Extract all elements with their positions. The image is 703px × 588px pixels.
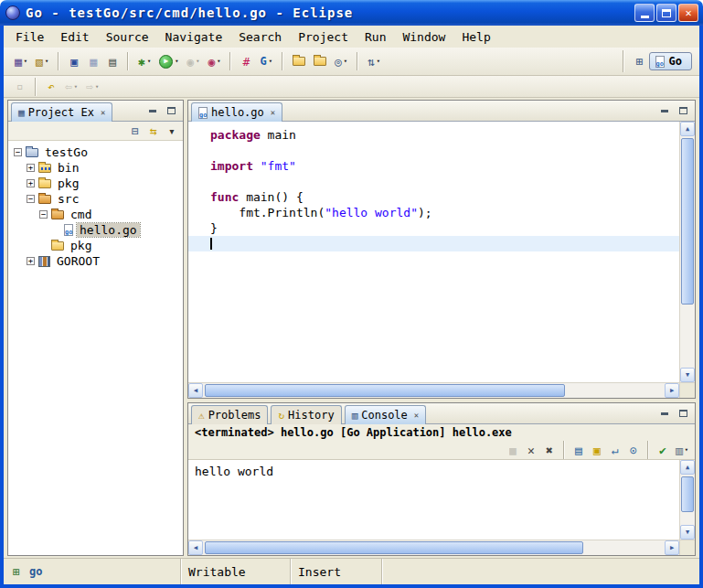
editor-vertical-scrollbar[interactable]: ▲ ▼: [679, 122, 695, 382]
menu-item-file[interactable]: File: [7, 28, 52, 46]
minimize-button[interactable]: [634, 4, 655, 22]
link-with-editor-button[interactable]: ⇆: [144, 123, 163, 140]
expand-plus-icon[interactable]: +: [27, 257, 35, 265]
go-build-button[interactable]: G▾: [256, 50, 275, 72]
tab-project-explorer[interactable]: ▦ Project Ex ✕: [11, 102, 112, 122]
tree-item-bin[interactable]: +bin: [8, 160, 183, 176]
code-line-2[interactable]: [210, 143, 679, 158]
close-icon[interactable]: ✕: [414, 411, 419, 420]
tree-item-testGo[interactable]: −testGo: [8, 144, 183, 160]
maximize-view-button[interactable]: [676, 104, 690, 117]
title-bar[interactable]: Go - testGo/src/cmd/hello.go - Eclipse ✕: [0, 0, 703, 26]
tree-item-cmd[interactable]: −cmd: [8, 207, 183, 222]
run-button[interactable]: ▶▾: [155, 50, 182, 72]
scroll-up-button[interactable]: ▲: [680, 122, 695, 136]
open-go-path-button[interactable]: [289, 50, 309, 72]
console-horizontal-scrollbar[interactable]: ◀ ▶: [188, 540, 679, 555]
scroll-left-button[interactable]: ◀: [188, 383, 203, 398]
minimize-view-button[interactable]: [657, 407, 672, 420]
clear-console-button[interactable]: ▤: [570, 442, 588, 459]
maximize-view-button[interactable]: [164, 104, 178, 117]
save-button[interactable]: ▣: [65, 50, 83, 72]
code-line-4[interactable]: [210, 174, 679, 189]
go-trim-button[interactable]: go: [26, 562, 46, 581]
minimize-view-button[interactable]: [145, 104, 160, 117]
scroll-down-button[interactable]: ▼: [680, 368, 695, 382]
new-wizard-button[interactable]: ▦▾: [11, 50, 31, 72]
external-tools-button[interactable]: ◉▾: [204, 50, 224, 72]
scroll-right-button[interactable]: ▶: [665, 540, 679, 555]
maximize-button[interactable]: [656, 4, 676, 22]
new-go-app-button[interactable]: #: [237, 50, 255, 72]
editor-horizontal-scrollbar[interactable]: ◀ ▶: [188, 382, 679, 398]
close-icon[interactable]: ✕: [101, 108, 105, 117]
tab-hello-go[interactable]: hello.go ✕: [191, 102, 282, 122]
collapse-minus-icon[interactable]: −: [39, 210, 48, 219]
code-line-5[interactable]: func main() {: [210, 189, 679, 205]
menu-item-navigate[interactable]: Navigate: [157, 28, 231, 46]
code-area[interactable]: package mainimport "fmt"func main() { fm…: [188, 122, 679, 382]
scrollbar-thumb[interactable]: [681, 476, 694, 512]
close-icon[interactable]: ✕: [271, 108, 275, 117]
scroll-down-button[interactable]: ▼: [680, 525, 695, 540]
scroll-left-button[interactable]: ◀: [188, 540, 203, 555]
collapse-minus-icon[interactable]: −: [14, 148, 22, 156]
display-selected-console-button[interactable]: ✔: [654, 442, 672, 459]
remove-all-terminated-button[interactable]: ✖: [540, 442, 559, 459]
expand-plus-icon[interactable]: +: [27, 164, 35, 172]
open-folder-button[interactable]: [310, 50, 330, 72]
menu-item-run[interactable]: Run: [357, 28, 394, 46]
scrollbar-thumb[interactable]: [681, 138, 694, 305]
code-line-3[interactable]: import "fmt": [210, 158, 679, 174]
search-button[interactable]: ◎▾: [331, 50, 351, 72]
team-synchronize-button[interactable]: ⇅▾: [364, 50, 384, 72]
tree-item-hello-go[interactable]: hello.go: [8, 222, 183, 238]
tab-console[interactable]: ▥Console✕: [345, 405, 427, 424]
menu-item-project[interactable]: Project: [290, 28, 357, 46]
remove-launch-button[interactable]: ✕: [522, 442, 540, 459]
go-perspective-button[interactable]: Go: [649, 52, 692, 70]
show-view-trim-button[interactable]: ⊞: [7, 562, 26, 581]
tab-problems[interactable]: ⚠Problems: [191, 405, 268, 424]
print-button[interactable]: ▤: [103, 50, 122, 72]
code-line-6[interactable]: fmt.Println("hello world");: [210, 205, 679, 220]
menu-item-source[interactable]: Source: [98, 28, 157, 46]
console-vertical-scrollbar[interactable]: ▲ ▼: [679, 460, 695, 540]
maximize-view-button[interactable]: [676, 407, 690, 420]
scrollbar-track[interactable]: [203, 383, 665, 398]
word-wrap-button[interactable]: ↵: [606, 442, 624, 459]
menu-item-edit[interactable]: Edit: [52, 28, 97, 46]
collapse-all-button[interactable]: ⊟: [126, 123, 144, 140]
debug-button[interactable]: ✱▾: [134, 50, 154, 72]
pin-console-button[interactable]: ⊙: [624, 442, 643, 459]
expand-plus-icon[interactable]: +: [27, 179, 35, 187]
menu-item-window[interactable]: Window: [394, 28, 453, 46]
tree-item-GOROOT[interactable]: +GOROOT: [8, 253, 183, 269]
tree-item-src[interactable]: −src: [8, 191, 183, 207]
scrollbar-thumb[interactable]: [205, 541, 583, 554]
scroll-right-button[interactable]: ▶: [665, 383, 679, 398]
tree-item-pkg[interactable]: +pkg: [8, 176, 183, 191]
code-line-7[interactable]: }: [210, 220, 679, 236]
code-line-8[interactable]: [188, 236, 679, 251]
console-output[interactable]: hello world: [188, 460, 679, 540]
scroll-up-button[interactable]: ▲: [680, 460, 695, 475]
scrollbar-track[interactable]: [680, 475, 695, 525]
open-perspective-button[interactable]: ⊞: [631, 50, 649, 72]
tree-item-pkg[interactable]: pkg: [8, 238, 183, 253]
scrollbar-track[interactable]: [203, 540, 665, 555]
last-edit-location-button[interactable]: ↶: [42, 76, 60, 98]
scroll-lock-button[interactable]: ▣: [588, 442, 606, 459]
open-console-button[interactable]: ▥▾: [672, 442, 692, 459]
tab-history[interactable]: ↻History: [271, 405, 341, 424]
view-menu-button[interactable]: ▾: [163, 123, 181, 140]
menu-item-search[interactable]: Search: [230, 28, 290, 46]
new-go-element-button[interactable]: ▧▾: [32, 50, 52, 72]
menu-item-help[interactable]: Help: [453, 28, 498, 46]
collapse-minus-icon[interactable]: −: [27, 195, 35, 203]
minimize-view-button[interactable]: [657, 104, 672, 117]
close-button[interactable]: ✕: [678, 4, 698, 22]
code-line-1[interactable]: package main: [210, 127, 679, 143]
scrollbar-track[interactable]: [680, 136, 695, 368]
scrollbar-thumb[interactable]: [205, 384, 565, 397]
